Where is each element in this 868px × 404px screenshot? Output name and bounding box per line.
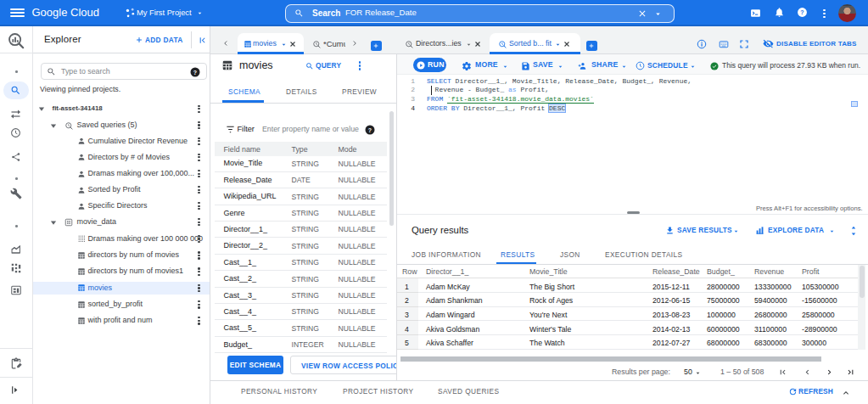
svg-text:?: ?: [368, 126, 372, 132]
svg-text:?: ?: [800, 9, 804, 15]
svg-text:?: ?: [193, 69, 197, 75]
